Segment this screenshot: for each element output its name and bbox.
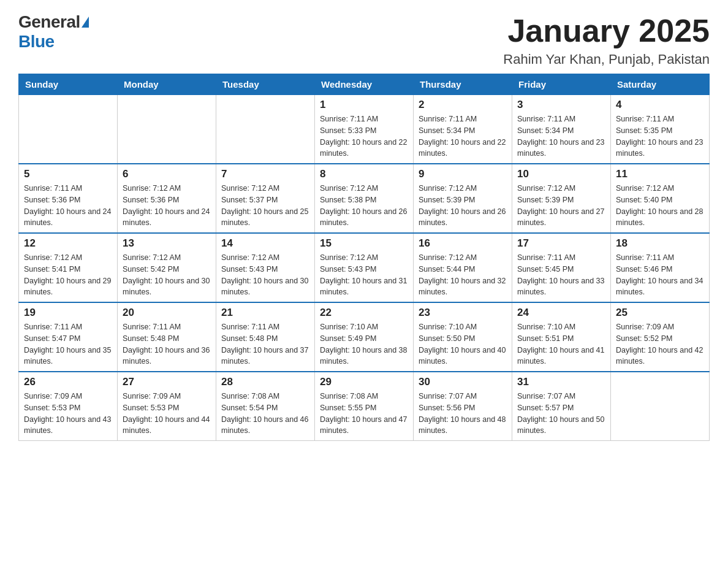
day-number: 2 — [419, 99, 507, 111]
calendar-cell: 16Sunrise: 7:12 AMSunset: 5:44 PMDayligh… — [414, 233, 512, 302]
day-info: Sunrise: 7:11 AMSunset: 5:48 PMDaylight:… — [221, 321, 309, 367]
calendar-cell: 17Sunrise: 7:11 AMSunset: 5:45 PMDayligh… — [512, 233, 611, 302]
calendar-subtitle: Rahim Yar Khan, Punjab, Pakistan — [503, 52, 710, 67]
calendar-cell: 20Sunrise: 7:11 AMSunset: 5:48 PMDayligh… — [118, 302, 216, 372]
calendar-cell: 23Sunrise: 7:10 AMSunset: 5:50 PMDayligh… — [414, 302, 512, 372]
day-number: 10 — [517, 168, 605, 180]
day-number: 17 — [517, 237, 605, 250]
day-number: 27 — [123, 376, 211, 388]
day-number: 29 — [320, 376, 408, 388]
day-info: Sunrise: 7:07 AMSunset: 5:57 PMDaylight:… — [517, 391, 605, 437]
day-number: 20 — [123, 307, 211, 319]
day-number: 9 — [419, 168, 507, 180]
day-info: Sunrise: 7:12 AMSunset: 5:40 PMDaylight:… — [616, 183, 704, 229]
day-of-week-header: Thursday — [414, 74, 512, 95]
day-info: Sunrise: 7:12 AMSunset: 5:37 PMDaylight:… — [221, 183, 309, 229]
calendar-week-row: 1Sunrise: 7:11 AMSunset: 5:33 PMDaylight… — [19, 95, 710, 164]
day-info: Sunrise: 7:11 AMSunset: 5:33 PMDaylight:… — [320, 113, 408, 159]
day-of-week-header: Tuesday — [216, 74, 315, 95]
day-number: 26 — [24, 376, 112, 388]
day-number: 21 — [221, 307, 309, 319]
day-info: Sunrise: 7:10 AMSunset: 5:50 PMDaylight:… — [419, 321, 507, 367]
calendar-cell: 30Sunrise: 7:07 AMSunset: 5:56 PMDayligh… — [414, 372, 512, 441]
day-number: 1 — [320, 99, 408, 111]
day-number: 28 — [221, 376, 309, 388]
calendar-cell: 19Sunrise: 7:11 AMSunset: 5:47 PMDayligh… — [19, 302, 118, 372]
day-number: 11 — [616, 168, 704, 180]
day-info: Sunrise: 7:12 AMSunset: 5:36 PMDaylight:… — [123, 183, 211, 229]
day-info: Sunrise: 7:12 AMSunset: 5:43 PMDaylight:… — [221, 252, 309, 298]
calendar-cell — [19, 95, 118, 164]
calendar-week-row: 26Sunrise: 7:09 AMSunset: 5:53 PMDayligh… — [19, 372, 710, 441]
day-number: 24 — [517, 307, 605, 319]
day-info: Sunrise: 7:09 AMSunset: 5:53 PMDaylight:… — [24, 391, 112, 437]
calendar-cell: 11Sunrise: 7:12 AMSunset: 5:40 PMDayligh… — [611, 164, 710, 233]
day-info: Sunrise: 7:12 AMSunset: 5:43 PMDaylight:… — [320, 252, 408, 298]
day-info: Sunrise: 7:12 AMSunset: 5:42 PMDaylight:… — [123, 252, 211, 298]
calendar-cell — [611, 372, 710, 441]
day-info: Sunrise: 7:12 AMSunset: 5:41 PMDaylight:… — [24, 252, 112, 298]
logo-triangle-icon — [82, 17, 89, 28]
day-number: 14 — [221, 237, 309, 250]
day-number: 6 — [123, 168, 211, 180]
calendar-cell: 25Sunrise: 7:09 AMSunset: 5:52 PMDayligh… — [611, 302, 710, 372]
day-info: Sunrise: 7:11 AMSunset: 5:45 PMDaylight:… — [517, 252, 605, 298]
day-info: Sunrise: 7:10 AMSunset: 5:51 PMDaylight:… — [517, 321, 605, 367]
day-info: Sunrise: 7:07 AMSunset: 5:56 PMDaylight:… — [419, 391, 507, 437]
calendar-cell: 22Sunrise: 7:10 AMSunset: 5:49 PMDayligh… — [315, 302, 414, 372]
day-of-week-header: Friday — [512, 74, 611, 95]
day-info: Sunrise: 7:12 AMSunset: 5:38 PMDaylight:… — [320, 183, 408, 229]
day-number: 18 — [616, 237, 704, 250]
calendar-cell: 10Sunrise: 7:12 AMSunset: 5:39 PMDayligh… — [512, 164, 611, 233]
day-number: 22 — [320, 307, 408, 319]
day-number: 19 — [24, 307, 112, 319]
calendar-cell: 9Sunrise: 7:12 AMSunset: 5:39 PMDaylight… — [414, 164, 512, 233]
calendar-cell: 28Sunrise: 7:08 AMSunset: 5:54 PMDayligh… — [216, 372, 315, 441]
calendar-cell: 14Sunrise: 7:12 AMSunset: 5:43 PMDayligh… — [216, 233, 315, 302]
day-info: Sunrise: 7:11 AMSunset: 5:35 PMDaylight:… — [616, 113, 704, 159]
calendar-cell: 21Sunrise: 7:11 AMSunset: 5:48 PMDayligh… — [216, 302, 315, 372]
day-of-week-header: Monday — [118, 74, 216, 95]
day-number: 23 — [419, 307, 507, 319]
calendar-cell: 13Sunrise: 7:12 AMSunset: 5:42 PMDayligh… — [118, 233, 216, 302]
calendar-cell: 27Sunrise: 7:09 AMSunset: 5:53 PMDayligh… — [118, 372, 216, 441]
calendar-title: January 2025 — [503, 12, 710, 49]
day-number: 8 — [320, 168, 408, 180]
calendar-cell: 7Sunrise: 7:12 AMSunset: 5:37 PMDaylight… — [216, 164, 315, 233]
day-number: 7 — [221, 168, 309, 180]
day-info: Sunrise: 7:08 AMSunset: 5:55 PMDaylight:… — [320, 391, 408, 437]
calendar-header: SundayMondayTuesdayWednesdayThursdayFrid… — [19, 74, 710, 95]
day-number: 15 — [320, 237, 408, 250]
calendar-cell: 12Sunrise: 7:12 AMSunset: 5:41 PMDayligh… — [19, 233, 118, 302]
day-info: Sunrise: 7:08 AMSunset: 5:54 PMDaylight:… — [221, 391, 309, 437]
day-number: 4 — [616, 99, 704, 111]
day-number: 12 — [24, 237, 112, 250]
calendar-cell: 31Sunrise: 7:07 AMSunset: 5:57 PMDayligh… — [512, 372, 611, 441]
day-info: Sunrise: 7:11 AMSunset: 5:36 PMDaylight:… — [24, 183, 112, 229]
day-info: Sunrise: 7:12 AMSunset: 5:39 PMDaylight:… — [517, 183, 605, 229]
calendar-week-row: 12Sunrise: 7:12 AMSunset: 5:41 PMDayligh… — [19, 233, 710, 302]
calendar-cell: 24Sunrise: 7:10 AMSunset: 5:51 PMDayligh… — [512, 302, 611, 372]
calendar-cell: 26Sunrise: 7:09 AMSunset: 5:53 PMDayligh… — [19, 372, 118, 441]
days-of-week-row: SundayMondayTuesdayWednesdayThursdayFrid… — [19, 74, 710, 95]
calendar-cell: 4Sunrise: 7:11 AMSunset: 5:35 PMDaylight… — [611, 95, 710, 164]
calendar-body: 1Sunrise: 7:11 AMSunset: 5:33 PMDaylight… — [19, 95, 710, 441]
calendar-cell: 29Sunrise: 7:08 AMSunset: 5:55 PMDayligh… — [315, 372, 414, 441]
logo-blue-text: Blue — [18, 32, 55, 51]
day-info: Sunrise: 7:12 AMSunset: 5:44 PMDaylight:… — [419, 252, 507, 298]
day-of-week-header: Wednesday — [315, 74, 414, 95]
day-number: 3 — [517, 99, 605, 111]
day-of-week-header: Saturday — [611, 74, 710, 95]
calendar-week-row: 19Sunrise: 7:11 AMSunset: 5:47 PMDayligh… — [19, 302, 710, 372]
day-number: 16 — [419, 237, 507, 250]
calendar-cell: 15Sunrise: 7:12 AMSunset: 5:43 PMDayligh… — [315, 233, 414, 302]
day-info: Sunrise: 7:11 AMSunset: 5:47 PMDaylight:… — [24, 321, 112, 367]
calendar-cell: 3Sunrise: 7:11 AMSunset: 5:34 PMDaylight… — [512, 95, 611, 164]
logo: General Blue — [18, 12, 89, 52]
title-section: January 2025 Rahim Yar Khan, Punjab, Pak… — [503, 12, 710, 67]
calendar-week-row: 5Sunrise: 7:11 AMSunset: 5:36 PMDaylight… — [19, 164, 710, 233]
day-info: Sunrise: 7:09 AMSunset: 5:53 PMDaylight:… — [123, 391, 211, 437]
day-of-week-header: Sunday — [19, 74, 118, 95]
day-info: Sunrise: 7:11 AMSunset: 5:48 PMDaylight:… — [123, 321, 211, 367]
calendar-cell — [216, 95, 315, 164]
